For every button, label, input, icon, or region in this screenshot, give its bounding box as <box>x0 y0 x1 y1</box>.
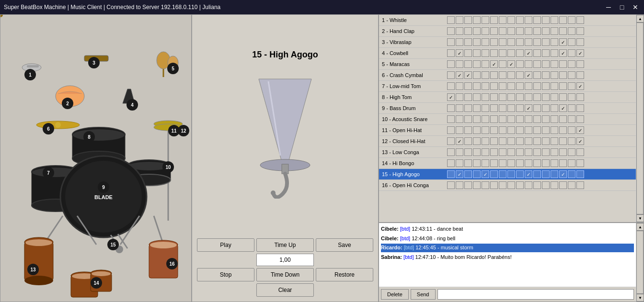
play-button[interactable]: Play <box>197 238 254 252</box>
track-checkbox[interactable] <box>559 148 567 156</box>
track-checkbox[interactable] <box>551 126 558 134</box>
track-checkbox[interactable] <box>576 104 584 112</box>
track-checkbox[interactable] <box>559 27 567 35</box>
track-checkbox[interactable] <box>447 49 455 57</box>
track-checkbox[interactable] <box>447 126 455 134</box>
track-checkbox[interactable] <box>456 137 463 145</box>
track-checkbox[interactable] <box>490 16 498 24</box>
track-checkbox[interactable] <box>559 60 567 68</box>
track-checkbox[interactable] <box>464 126 472 134</box>
track-checkbox[interactable] <box>507 115 515 123</box>
track-checkbox[interactable] <box>516 82 524 90</box>
track-checkbox[interactable] <box>464 93 472 101</box>
track-checkbox[interactable] <box>482 38 489 46</box>
track-checkbox[interactable] <box>456 181 463 189</box>
track-checkbox[interactable] <box>473 159 481 167</box>
track-checkbox[interactable] <box>559 71 567 79</box>
track-checkbox[interactable] <box>490 170 498 178</box>
track-checkbox[interactable] <box>568 181 575 189</box>
track-checkbox[interactable] <box>482 49 489 57</box>
track-checkbox[interactable] <box>447 71 455 79</box>
track-checkbox[interactable] <box>568 38 575 46</box>
track-checkbox[interactable] <box>551 27 558 35</box>
track-checkbox[interactable] <box>482 27 489 35</box>
track-checkbox[interactable] <box>464 49 472 57</box>
track-row[interactable]: 4 - Cowbell <box>379 48 636 59</box>
track-checkbox[interactable] <box>482 159 489 167</box>
track-checkbox[interactable] <box>473 82 481 90</box>
track-checkbox[interactable] <box>456 82 463 90</box>
track-checkbox[interactable] <box>499 126 506 134</box>
track-row[interactable]: 10 - Acoustic Snare <box>379 114 636 125</box>
track-checkbox[interactable] <box>516 16 524 24</box>
track-checkbox[interactable] <box>516 148 524 156</box>
track-checkbox[interactable] <box>507 93 515 101</box>
track-row[interactable]: 9 - Bass Drum <box>379 103 636 114</box>
track-checkbox[interactable] <box>464 60 472 68</box>
track-checkbox[interactable] <box>499 159 506 167</box>
track-checkbox[interactable] <box>559 159 567 167</box>
track-checkbox[interactable] <box>542 38 550 46</box>
track-row[interactable]: 8 - High Tom <box>379 92 636 103</box>
track-row[interactable]: 1 - Whistle <box>379 15 636 26</box>
track-row[interactable]: 2 - Hand Clap <box>379 26 636 37</box>
track-checkbox[interactable] <box>490 148 498 156</box>
track-checkbox[interactable] <box>516 49 524 57</box>
track-checkbox[interactable] <box>473 137 481 145</box>
track-checkbox[interactable] <box>576 181 584 189</box>
track-checkbox[interactable] <box>490 93 498 101</box>
track-checkbox[interactable] <box>490 71 498 79</box>
chat-scrollbar-up-button[interactable]: ▲ <box>636 223 644 231</box>
track-checkbox[interactable] <box>516 126 524 134</box>
minimize-button[interactable]: ─ <box>604 2 613 12</box>
track-checkbox[interactable] <box>507 159 515 167</box>
track-checkbox[interactable] <box>576 38 584 46</box>
track-checkbox[interactable] <box>568 126 575 134</box>
track-checkbox[interactable] <box>533 16 541 24</box>
track-checkbox[interactable] <box>473 60 481 68</box>
track-checkbox[interactable] <box>464 71 472 79</box>
track-checkbox[interactable] <box>525 170 532 178</box>
track-checkbox[interactable] <box>456 71 463 79</box>
track-checkbox[interactable] <box>447 38 455 46</box>
track-checkbox[interactable] <box>473 115 481 123</box>
track-checkbox[interactable] <box>551 181 558 189</box>
track-checkbox[interactable] <box>490 82 498 90</box>
track-checkbox[interactable] <box>499 71 506 79</box>
track-checkbox[interactable] <box>490 49 498 57</box>
track-checkbox[interactable] <box>456 16 463 24</box>
track-checkbox[interactable] <box>568 27 575 35</box>
track-checkbox[interactable] <box>490 115 498 123</box>
track-row[interactable]: 11 - Open Hi-Hat <box>379 125 636 136</box>
track-checkbox[interactable] <box>464 137 472 145</box>
track-checkbox[interactable] <box>533 104 541 112</box>
track-checkbox[interactable] <box>516 170 524 178</box>
track-checkbox[interactable] <box>507 137 515 145</box>
track-checkbox[interactable] <box>464 181 472 189</box>
track-checkbox[interactable] <box>507 104 515 112</box>
track-checkbox[interactable] <box>499 181 506 189</box>
scrollbar-down-button[interactable]: ▼ <box>636 214 644 222</box>
track-checkbox[interactable] <box>456 27 463 35</box>
track-checkbox[interactable] <box>576 126 584 134</box>
track-checkbox[interactable] <box>576 170 584 178</box>
track-checkbox[interactable] <box>456 93 463 101</box>
track-row[interactable]: 6 - Crash Cymbal <box>379 70 636 81</box>
track-checkbox[interactable] <box>525 16 532 24</box>
track-checkbox[interactable] <box>499 82 506 90</box>
track-checkbox[interactable] <box>576 27 584 35</box>
track-checkbox[interactable] <box>542 82 550 90</box>
track-checkbox[interactable] <box>516 60 524 68</box>
track-row[interactable]: 12 - Closed Hi-Hat <box>379 136 636 147</box>
delete-button[interactable]: Delete <box>381 289 409 300</box>
track-checkbox[interactable] <box>456 115 463 123</box>
track-checkbox[interactable] <box>464 16 472 24</box>
track-checkbox[interactable] <box>490 104 498 112</box>
track-checkbox[interactable] <box>499 104 506 112</box>
restore-button[interactable]: Restore <box>316 268 373 281</box>
track-checkbox[interactable] <box>568 82 575 90</box>
track-checkbox[interactable] <box>499 148 506 156</box>
track-checkbox[interactable] <box>473 104 481 112</box>
track-checkbox[interactable] <box>533 159 541 167</box>
track-checkbox[interactable] <box>542 115 550 123</box>
